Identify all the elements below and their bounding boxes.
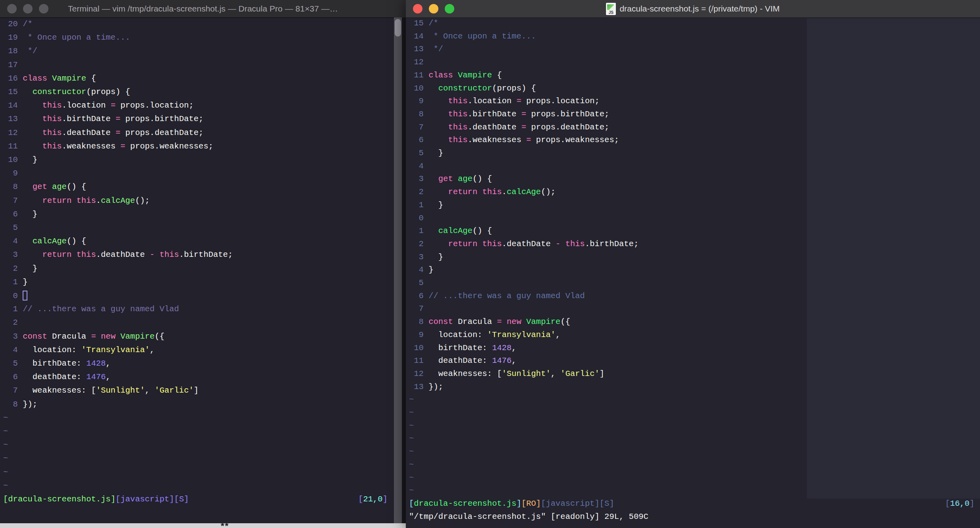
code-segment: calcAge: [101, 196, 135, 205]
code-segment: =: [521, 123, 526, 132]
code-segment: .weaknesses: [468, 135, 527, 145]
line-number: 12: [3, 128, 18, 139]
code-segment: }: [23, 264, 37, 273]
vim-ruler-right: [16,0]: [945, 499, 974, 509]
line-number: 3: [3, 331, 18, 342]
code-segment: Vampire: [120, 332, 154, 341]
code-segment: ();: [541, 187, 556, 197]
line-number: 1: [3, 277, 18, 288]
scrollbar-thumb[interactable]: [395, 19, 401, 37]
tilde-line: ~: [409, 434, 964, 444]
code-segment: 'Transylvania': [81, 345, 150, 355]
code-segment: }: [428, 200, 443, 210]
zoom-button[interactable]: [445, 4, 454, 13]
tilde-line: ~: [409, 473, 964, 484]
code-line: 2 return this.deathDate - this.birthDate…: [409, 239, 964, 250]
tilde-line: ~: [409, 460, 964, 470]
line-number: 20: [3, 19, 18, 30]
code-line: 12 this.deathDate = props.deathDate;: [3, 128, 390, 139]
code-segment: -: [556, 239, 560, 249]
code-line: 14 this.location = props.location;: [3, 100, 390, 111]
code-segment: constructor: [33, 87, 86, 96]
code-line: 1}: [3, 277, 390, 288]
code-line: 4 location: 'Transylvania',: [3, 345, 390, 356]
tilde-line: ~: [3, 440, 390, 451]
code-line: 12 weaknesses: ['Sunlight', 'Garlic']: [409, 369, 964, 380]
code-segment: 'Sunlight': [96, 386, 145, 395]
close-button[interactable]: [7, 4, 17, 13]
close-button[interactable]: [413, 4, 422, 13]
code-line: 6 this.weaknesses = props.weaknesses;: [409, 135, 964, 146]
minimize-button[interactable]: [23, 4, 33, 13]
line-number: 10: [409, 343, 424, 354]
code-segment: return this: [448, 239, 502, 249]
code-segment: Dracula: [453, 317, 497, 326]
code-segment: ({: [560, 317, 570, 326]
line-number: 6: [3, 372, 18, 383]
macvim-content[interactable]: 15/*14 * Once upon a time...13 */1211cla…: [406, 17, 980, 528]
code-line: 8 this.birthDate = props.birthDate;: [409, 109, 964, 120]
code-segment: // ...there was a guy named Vlad: [428, 291, 585, 301]
code-segment: ,: [106, 372, 110, 382]
code-segment: ]: [194, 386, 199, 395]
code-line: 20/*: [3, 19, 390, 30]
code-segment: 1476: [86, 372, 106, 382]
tilde-line: ~: [3, 467, 390, 478]
line-number: 1: [409, 226, 424, 237]
code-line: 4 calcAge() {: [3, 236, 390, 247]
code-segment: ,: [511, 356, 516, 365]
line-number: 5: [409, 278, 424, 289]
code-line: 7 weaknesses: ['Sunlight', 'Garlic']: [3, 385, 390, 396]
code-line: 12: [409, 57, 964, 68]
code-segment: [: [945, 499, 950, 508]
terminal-content[interactable]: 20/*19 * Once upon a time...18 */1716cla…: [0, 17, 406, 523]
code-segment: .deathDate: [502, 239, 556, 249]
zoom-button[interactable]: [39, 4, 48, 13]
code-segment: this: [42, 101, 62, 110]
code-line: 3 }: [409, 252, 964, 263]
vim-cursor: [23, 291, 27, 301]
line-number: 13: [409, 382, 424, 393]
code-segment: 'Garlic': [560, 369, 599, 378]
terminal-titlebar[interactable]: Terminal — vim /tmp/dracula-screenshot.j…: [0, 0, 406, 18]
code-segment: .deathDate: [96, 250, 150, 259]
code-segment: }: [428, 252, 443, 262]
vim-buffer-left[interactable]: 20/*19 * Once upon a time...18 */1716cla…: [0, 17, 406, 523]
minimize-button[interactable]: [429, 4, 438, 13]
vim-ruler-left: [21,0]: [358, 494, 388, 505]
code-segment: Vampire: [526, 317, 560, 326]
macvim-titlebar[interactable]: JS dracula-screenshot.js = (/private/tmp…: [406, 0, 980, 18]
line-number: 0: [3, 291, 18, 302]
code-segment: [521, 317, 526, 326]
line-number: 16: [3, 73, 18, 84]
scrollbar-track[interactable]: [394, 17, 402, 523]
vim-buffer-right[interactable]: 15/*14 * Once upon a time...13 */1211cla…: [406, 17, 980, 528]
code-line: 19 * Once upon a time...: [3, 33, 390, 43]
line-number: 8: [409, 109, 424, 120]
code-line: 13});: [409, 382, 964, 393]
line-number: 12: [409, 369, 424, 380]
line-number: 18: [3, 46, 18, 57]
line-number: 13: [3, 114, 18, 125]
code-segment: calcAge: [507, 187, 541, 197]
code-segment: [23, 182, 33, 191]
line-number: 13: [409, 44, 424, 55]
code-segment: [96, 332, 101, 341]
code-segment: }: [23, 155, 37, 164]
code-segment: (props) {: [492, 84, 536, 93]
code-line: 4}: [409, 265, 964, 276]
code-segment: deathDate:: [23, 372, 86, 382]
code-segment: [428, 135, 448, 145]
code-segment: .: [96, 196, 101, 205]
js-file-icon: JS: [606, 3, 616, 15]
tilde-line: ~: [409, 408, 964, 418]
code-segment: get: [438, 174, 453, 183]
desktop: ** Terminal — vim /tmp/dracula-screensho…: [0, 0, 980, 528]
code-line: 6 deathDate: 1476,: [3, 372, 390, 383]
window-edge: [402, 17, 406, 523]
code-segment: [154, 250, 159, 259]
line-number: 4: [409, 265, 424, 276]
line-number: 7: [3, 196, 18, 206]
code-segment: location:: [23, 345, 81, 355]
code-line: 6// ...there was a guy named Vlad: [409, 291, 964, 302]
